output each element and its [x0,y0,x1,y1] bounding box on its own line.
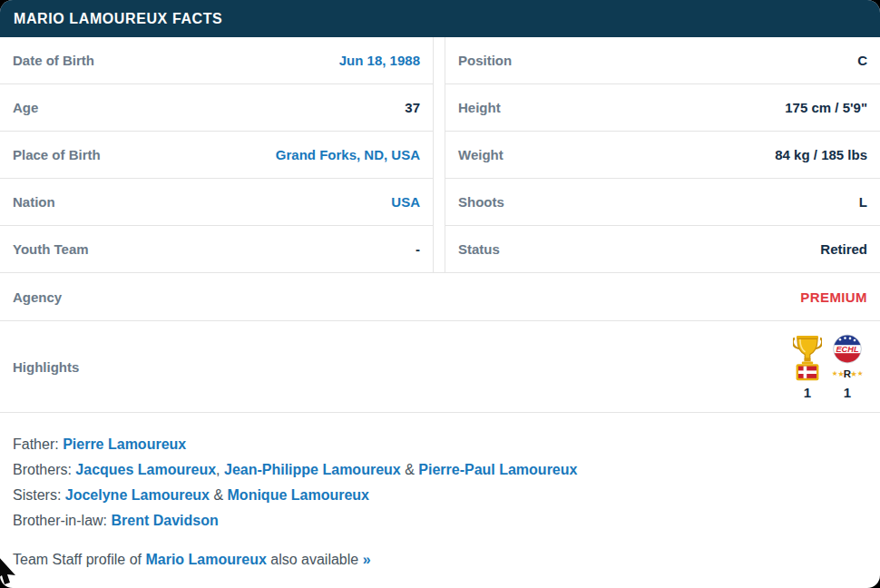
highlights-row: Highlights 1 ECHL ★ ★ ★ ★ R 1 [0,321,880,413]
fact-row: StatusRetired [445,226,880,272]
fact-value-link[interactable]: USA [391,194,420,210]
fact-value: C [857,53,867,68]
agency-label: Agency [13,289,62,305]
family-line: Brother-in-law: Brent Davidson [13,508,867,534]
family-line: Father: Pierre Lamoureux [13,432,867,457]
echl-rookie-award-icon: ECHL ★ ★ ★ ★ R [831,334,864,383]
fact-value: 37 [405,100,420,115]
facts-column-left: Date of BirthJun 18, 1988Age37Place of B… [0,37,434,272]
svg-text:ECHL: ECHL [836,344,858,353]
fact-label: Place of Birth [13,147,101,162]
fact-label: Weight [458,147,504,162]
fact-label: Height [458,100,501,115]
family-text: & [210,487,228,503]
family-link[interactable]: Jean-Philippe Lamoureux [224,462,401,477]
family-line: Brothers: Jacques Lamoureux, Jean-Philip… [13,457,867,483]
fact-label: Nation [13,194,55,210]
family-link[interactable]: Brent Davidson [111,513,218,528]
highlights-label: Highlights [13,359,79,375]
fact-row: Weight84 kg / 185 lbs [445,132,880,179]
trophy-denmark-icon [793,334,822,383]
family-text: Brother-in-law: [13,513,111,528]
facts-title: MARIO LAMOUREUX FACTS [14,11,222,27]
family-text: & [401,462,419,477]
fact-row: Youth Team- [0,226,433,272]
agency-row: Agency PREMIUM [0,272,880,321]
player-facts-card: MARIO LAMOUREUX FACTS Date of BirthJun 1… [0,0,880,588]
facts-header: MARIO LAMOUREUX FACTS [0,0,880,37]
fact-row: PositionC [445,37,880,84]
footer-link[interactable]: Mario Lamoureux [145,552,266,567]
family-link[interactable]: Pierre-Paul Lamoureux [418,462,577,477]
fact-label: Position [458,53,512,68]
fact-value: - [416,241,420,257]
family-line: Sisters: Jocelyne Lamoureux & Monique La… [13,483,867,508]
svg-text:R: R [844,368,852,378]
fact-row: Date of BirthJun 18, 1988 [0,37,433,84]
family-link[interactable]: Pierre Lamoureux [63,436,186,452]
facts-table: Date of BirthJun 18, 1988Age37Place of B… [0,37,880,272]
fact-row: ShootsL [445,179,880,226]
fact-value: 84 kg / 185 lbs [775,147,867,162]
fact-value: L [859,194,867,210]
family-link[interactable]: Jocelyne Lamoureux [65,487,210,503]
fact-label: Age [13,100,38,115]
award-count: 1 [804,385,811,400]
svg-text:★: ★ [857,369,864,377]
family-text: Brothers: [13,462,75,477]
family-text: , [216,462,224,477]
fact-value: 175 cm / 5'9" [785,100,867,115]
footer-text: also available [267,552,363,567]
fact-row: Height175 cm / 5'9" [445,84,880,132]
family-text: Sisters: [13,487,65,503]
footer-text: Team Staff profile of [13,552,145,567]
fact-label: Date of Birth [13,53,94,68]
fact-row: NationUSA [0,179,433,226]
family-text: Father: [13,436,63,452]
fact-value-link[interactable]: Jun 18, 1988 [339,53,420,68]
fact-row: Age37 [0,84,433,132]
facts-column-right: PositionCHeight175 cm / 5'9"Weight84 kg … [445,37,880,272]
family-info-section: Father: Pierre LamoureuxBrothers: Jacque… [0,413,880,534]
fact-label: Youth Team [13,241,89,257]
fact-row: Place of BirthGrand Forks, ND, USA [0,132,433,179]
award-item[interactable]: 1 [791,334,824,400]
team-staff-profile-line: Team Staff profile of Mario Lamoureux al… [0,534,880,568]
fact-value-link[interactable]: Grand Forks, ND, USA [276,147,420,162]
fact-label: Shoots [458,194,504,210]
page-background: MARIO LAMOUREUX FACTS Date of BirthJun 1… [0,0,880,588]
award-item[interactable]: ECHL ★ ★ ★ ★ R 1 [831,334,864,400]
fact-value: Retired [820,241,867,257]
family-link[interactable]: Monique Lamoureux [228,487,369,503]
agency-premium-link[interactable]: PREMIUM [800,289,867,305]
footer-link[interactable]: » [363,552,371,567]
family-link[interactable]: Jacques Lamoureux [75,462,216,477]
fact-label: Status [458,241,500,257]
awards-list: 1 ECHL ★ ★ ★ ★ R 1 [791,334,864,400]
award-count: 1 [844,385,851,400]
